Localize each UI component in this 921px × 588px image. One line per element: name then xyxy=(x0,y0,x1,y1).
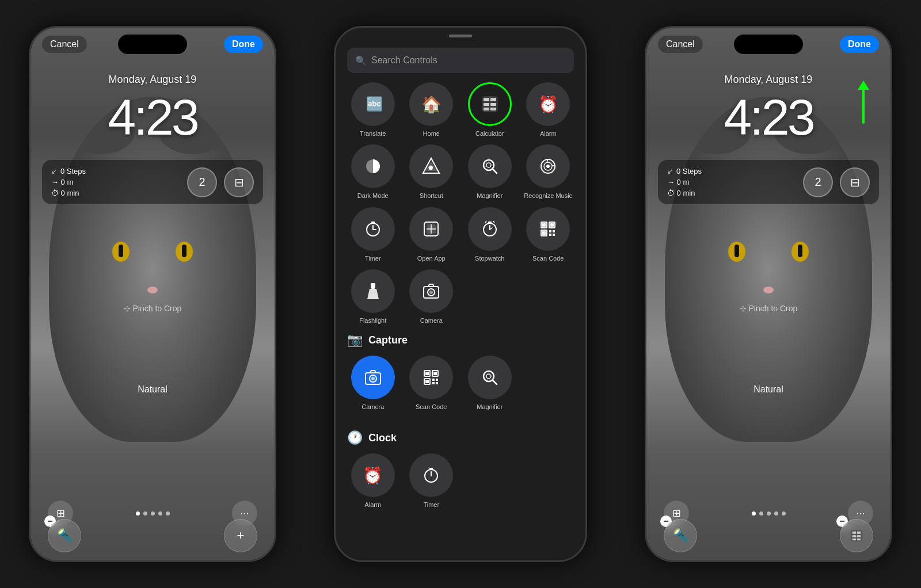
timer-label: Timer xyxy=(365,254,381,262)
date-left: Monday, August 19 xyxy=(31,74,275,86)
ctrl-scancode[interactable]: Scan Code xyxy=(523,207,574,262)
time-right: 4:23 xyxy=(646,88,890,147)
ctrl-recmusic[interactable]: Recognize Music xyxy=(523,144,574,200)
ctrl-stopwatch[interactable]: Stopwatch xyxy=(464,207,516,262)
ctrl-cap-camera[interactable]: Camera xyxy=(347,356,399,411)
svg-text:⬟: ⬟ xyxy=(428,165,433,171)
scancode-label: Scan Code xyxy=(532,254,564,262)
svg-rect-78 xyxy=(857,539,861,540)
ctrl-openapp[interactable]: Open App xyxy=(406,207,458,262)
svg-rect-39 xyxy=(542,231,546,235)
svg-line-32 xyxy=(485,221,486,223)
capture-section-icon: 📷 xyxy=(347,333,363,348)
ctrl-clk-timer[interactable]: Timer xyxy=(406,453,458,509)
circle-2-left[interactable]: 2 xyxy=(187,167,217,197)
date-right: Monday, August 19 xyxy=(646,74,890,86)
clock-grid: ⏰ Alarm Timer xyxy=(347,453,574,509)
lock-screen-right: Cancel Done Monday, August 19 4:23 ↙ 0 S… xyxy=(646,28,890,560)
circle-box-left[interactable]: ⊟ xyxy=(224,167,254,197)
svg-rect-7 xyxy=(490,108,496,110)
dot-4-left xyxy=(158,511,162,516)
svg-rect-62 xyxy=(432,382,435,384)
cat-eye-right-r xyxy=(791,242,809,262)
ctrl-flashlight[interactable]: Flashlight xyxy=(347,269,399,324)
svg-rect-40 xyxy=(549,230,551,232)
circle-2-right[interactable]: 2 xyxy=(803,167,833,197)
cat-eye-left-r xyxy=(728,242,745,262)
home-label: Home xyxy=(423,129,440,138)
flashlight-btn-left[interactable]: 🔦 xyxy=(48,519,81,552)
svg-rect-63 xyxy=(436,382,438,384)
svg-rect-43 xyxy=(553,234,555,236)
svg-rect-74 xyxy=(857,532,861,534)
circle-box-right[interactable]: ⊟ xyxy=(840,167,870,197)
dot-3-right xyxy=(767,511,771,516)
svg-point-53 xyxy=(371,377,375,380)
ctrl-shortcut[interactable]: ⬟ Shortcut xyxy=(406,144,458,200)
svg-marker-71 xyxy=(858,81,869,90)
ctrl-magnifier[interactable]: Magnifier xyxy=(464,144,516,200)
alarm-icon: ⏰ xyxy=(526,82,570,126)
add-btn-left[interactable]: + xyxy=(224,519,257,552)
timer-icon xyxy=(351,207,395,251)
dot-3-left xyxy=(151,511,155,516)
ctrl-translate[interactable]: 🔤 Translate xyxy=(347,82,399,138)
ctrl-calculator[interactable]: Calculator xyxy=(464,82,516,138)
cap-magnifier-icon xyxy=(468,356,512,399)
clk-timer-label: Timer xyxy=(423,501,439,509)
cancel-button-left[interactable]: Cancel xyxy=(42,36,87,53)
flashlight-btn-right[interactable]: 🔦 xyxy=(664,519,697,552)
done-button-left[interactable]: Done xyxy=(224,36,263,53)
openapp-icon xyxy=(409,207,453,251)
cancel-button-right[interactable]: Cancel xyxy=(658,36,703,53)
time-row-right: ⏱ 0 min xyxy=(667,189,702,197)
done-button-right[interactable]: Done xyxy=(840,36,879,53)
dynamic-island-left xyxy=(118,35,187,54)
dots-left xyxy=(136,511,170,516)
search-bar[interactable]: 🔍 Search Controls xyxy=(347,48,574,73)
distance-row-left: → 0 m xyxy=(51,178,86,186)
svg-rect-37 xyxy=(542,223,546,227)
cat-nose-right xyxy=(763,287,774,293)
crop-hint-right: ⊹ Pinch to Crop xyxy=(646,304,890,313)
ctrl-home[interactable]: 🏠 Home xyxy=(406,82,458,138)
ctrl-darkmode[interactable]: Dark Mode xyxy=(347,144,399,200)
ctrl-timer[interactable]: Timer xyxy=(347,207,399,262)
cat-eyes-left xyxy=(112,242,193,262)
calculator-container-right: − xyxy=(840,519,873,552)
ctrl-camera[interactable]: Camera xyxy=(406,269,458,324)
widget-right-left: 2 ⊟ xyxy=(187,167,254,197)
ctrl-cap-magnifier[interactable]: Magnifier xyxy=(464,356,516,411)
scancode-icon xyxy=(526,207,570,251)
steps-icon-left: ↙ xyxy=(51,167,57,175)
ctrl-clk-alarm[interactable]: ⏰ Alarm xyxy=(347,453,399,509)
cap-camera-label: Camera xyxy=(361,403,384,411)
calculator-btn-right[interactable] xyxy=(840,519,873,552)
cap-scancode-icon xyxy=(409,356,453,399)
flashlight-label: Flashlight xyxy=(359,316,386,324)
dot-4-right xyxy=(774,511,778,516)
darkmode-icon xyxy=(351,144,395,188)
svg-rect-44 xyxy=(371,283,375,289)
dot-1-right xyxy=(752,511,756,516)
ctrl-cap-scancode[interactable]: Scan Code xyxy=(406,356,458,411)
flashlight-icon xyxy=(351,269,395,313)
svg-line-13 xyxy=(493,169,497,173)
steps-icon-right: ↙ xyxy=(667,167,673,175)
svg-line-65 xyxy=(493,380,497,384)
calculator-label: Calculator xyxy=(475,129,504,138)
green-arrow xyxy=(855,79,872,131)
alarm-label: Alarm xyxy=(540,129,557,138)
panel-handle xyxy=(449,35,472,37)
svg-point-14 xyxy=(486,163,491,167)
dynamic-island-right xyxy=(734,35,803,54)
svg-point-17 xyxy=(546,165,550,168)
recmusic-icon xyxy=(526,144,570,188)
magnifier-icon xyxy=(468,144,512,188)
svg-marker-52 xyxy=(370,371,376,373)
flashlight-container-left: − 🔦 xyxy=(48,519,81,552)
widget-right-ph: ↙ 0 Steps → 0 m ⏱ 0 min 2 ⊟ xyxy=(658,160,879,204)
dot-2-right xyxy=(759,511,763,516)
magnifier-label: Magnifier xyxy=(477,192,503,200)
ctrl-alarm[interactable]: ⏰ Alarm xyxy=(523,82,574,138)
